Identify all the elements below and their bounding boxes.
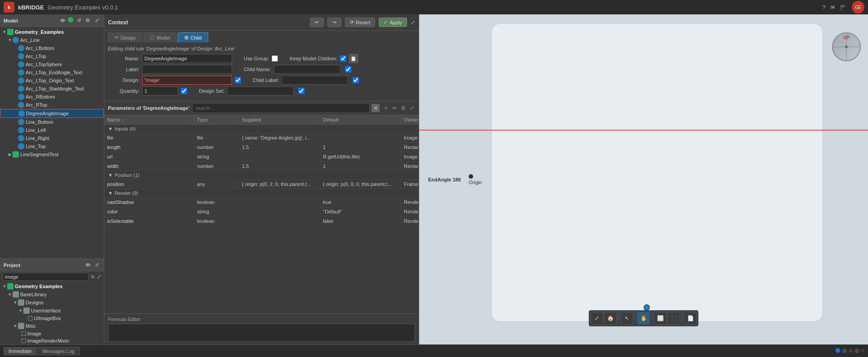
proj-item-userinterface[interactable]: ▼ UserInterface [0, 307, 104, 315]
params-expand-icon[interactable]: ⤢ [408, 104, 415, 112]
group-render[interactable]: ▼ Render (9) [104, 189, 419, 198]
eye-icon[interactable]: 👁 [59, 17, 66, 24]
end-angle-label: EndAngle 180 [428, 177, 461, 182]
group-label: Position (1) [115, 172, 140, 178]
quantity-input[interactable] [142, 86, 178, 95]
project-eye-icon[interactable]: 👁 [84, 262, 91, 269]
flag-button[interactable]: 🏴 [840, 5, 846, 10]
tree-item-arc-ltop-startangle[interactable]: Arc_LTop_StartAngle_Text [0, 85, 104, 93]
group-inputs[interactable]: ▼ Inputs (4) [104, 125, 419, 133]
copy-icon-btn[interactable]: 📋 [349, 54, 358, 63]
name-input[interactable] [142, 54, 232, 63]
cell-owner-position: FrameMixin [401, 180, 419, 189]
tree-icon [18, 77, 24, 84]
proj-item-geometry-examples[interactable]: ▼ Geometry Examples [0, 282, 104, 290]
col-default[interactable]: Default [320, 115, 401, 124]
col-supplied[interactable]: Supplied [239, 115, 320, 124]
canvas-bg[interactable] [491, 23, 823, 322]
design-set-checkbox[interactable] [298, 88, 304, 94]
params-search-input[interactable] [192, 103, 370, 113]
tree-item-arc-rtop[interactable]: Arc_RTop [0, 101, 104, 109]
group-position[interactable]: ▼ Position (1) [104, 171, 419, 180]
child-label-input[interactable] [282, 76, 348, 85]
tree-item-arc-ltop-origin[interactable]: Arc_LTop_Origin_Text [0, 77, 104, 85]
user-avatar[interactable]: GE [852, 1, 864, 14]
quantity-checkbox[interactable] [181, 88, 187, 94]
tree-icon [18, 102, 24, 108]
canvas-expand-btn[interactable]: ⤢ [591, 312, 603, 325]
child-name-input[interactable] [274, 65, 340, 74]
canvas-select-btn[interactable]: ↖ [621, 312, 633, 325]
canvas-frame-btn[interactable]: ⬜ [654, 312, 667, 325]
tree-item-degree-angle-image[interactable]: DegreeAngleImage [0, 109, 104, 118]
canvas-solid-btn[interactable]: ⬛ [667, 312, 680, 325]
canvas-bottom-toolbar: ⤢ 🏠 ↖ ✋ ⬜ ⬛ 📄 [589, 310, 698, 326]
tree-item-arc-ltop[interactable]: Arc_LTop [0, 52, 104, 60]
child-label-section: Child Label: [253, 76, 359, 85]
revert-button[interactable]: ⟳ Revert [345, 18, 375, 27]
project-search-input[interactable] [3, 273, 89, 281]
tree-item-geometry-examples[interactable]: ▼ Geometry_Examples [0, 28, 104, 36]
proj-label-userinterface: UserInterface [31, 308, 61, 313]
redo-button[interactable]: ↪ [327, 18, 341, 27]
search-clear-icon[interactable]: ✕ [90, 274, 95, 280]
design-set-input[interactable] [227, 86, 294, 95]
tab-model[interactable]: ⬡ Model [143, 32, 177, 42]
proj-item-baselibrary[interactable]: ▼ BaseLibrary [0, 290, 104, 298]
table-row-isselectable: isSelectable boolean false Render3Mixin … [104, 217, 419, 226]
col-type[interactable]: Type [194, 115, 239, 124]
search-clear-btn[interactable]: ✕ [371, 104, 380, 112]
separator [618, 312, 619, 321]
bottom-tab-immediate[interactable]: Immediate [4, 347, 36, 355]
canvas-hand-btn[interactable]: ✋ [637, 312, 650, 325]
tree-item-arc-lbottom[interactable]: Arc_LBottom [0, 44, 104, 52]
proj-item-imagerendermixin[interactable]: ImageRenderMixin [0, 337, 104, 344]
tree-item-line-bottom[interactable]: Line_Bottom [0, 118, 104, 126]
proj-item-misc[interactable]: ▼ Misc [0, 322, 104, 330]
edit-param-icon[interactable]: ✏ [391, 104, 398, 112]
tree-item-line-right[interactable]: Line_Right [0, 134, 104, 142]
search-expand-icon[interactable]: ⤢ [97, 274, 101, 280]
tree-item-line-top[interactable]: Line_Top [0, 142, 104, 150]
keep-model-children-checkbox[interactable] [340, 55, 346, 62]
compass: UP [832, 32, 861, 61]
undo-button[interactable]: ↩ [310, 18, 324, 27]
canvas-doc-btn[interactable]: 📄 [684, 312, 697, 325]
bottom-tab-messages[interactable]: Messages Log [37, 347, 80, 355]
help-button[interactable]: ? [823, 5, 825, 10]
use-group-checkbox[interactable] [272, 55, 278, 62]
add-param-icon[interactable]: + [382, 104, 389, 112]
tree-item-arc-ltop-endangle[interactable]: Arc_LTop_EndAngle_Text [0, 68, 104, 77]
canvas-home-btn[interactable]: 🏠 [604, 312, 617, 325]
proj-item-uiimagebox[interactable]: UIImageBox [0, 315, 104, 322]
tree-item-arc-line[interactable]: ▼ Arc_Line [0, 36, 104, 44]
formula-input-area[interactable] [108, 324, 415, 342]
context-expand-icon[interactable]: ⤢ [411, 19, 415, 26]
expand-icon[interactable]: ⤢ [93, 17, 100, 24]
col-name[interactable]: Name ↑ [104, 115, 194, 124]
tab-child[interactable]: ⊞ Child [178, 32, 208, 42]
cell-default-color: "Default" [320, 207, 401, 216]
design-input[interactable] [142, 76, 232, 85]
mail-button[interactable]: ✉ [831, 5, 835, 10]
name-label: Name: [108, 56, 139, 61]
refresh-icon[interactable]: ↺ [75, 17, 82, 24]
project-expand-icon[interactable]: ⤢ [93, 262, 100, 269]
tree-item-line-left[interactable]: Line_Left [0, 126, 104, 134]
tree-item-arc-rbottom[interactable]: Arc_RBottom [0, 93, 104, 101]
settings-icon[interactable]: ⚙ [84, 17, 91, 24]
tree-item-arc-ltopsphere[interactable]: Arc_LTopSphere [0, 60, 104, 68]
design-tab-icon: ✏ [115, 35, 119, 41]
tab-design[interactable]: ✏ Design [108, 32, 143, 42]
col-owner[interactable]: Owner [401, 115, 421, 124]
proj-label-baselibrary: BaseLibrary [20, 292, 47, 297]
child-name-checkbox[interactable] [345, 66, 351, 72]
design-checkbox[interactable] [235, 77, 241, 83]
proj-item-image[interactable]: Image [0, 330, 104, 337]
tree-item-line-segment-test[interactable]: ▶ LineSegmentTest [0, 150, 104, 158]
apply-button[interactable]: ✓ Apply [379, 18, 407, 27]
proj-item-designs[interactable]: ▼ Designs [0, 298, 104, 307]
sort-icon[interactable]: ⇅ [399, 104, 407, 112]
label-input[interactable] [142, 65, 232, 74]
child-label-checkbox[interactable] [353, 77, 359, 83]
